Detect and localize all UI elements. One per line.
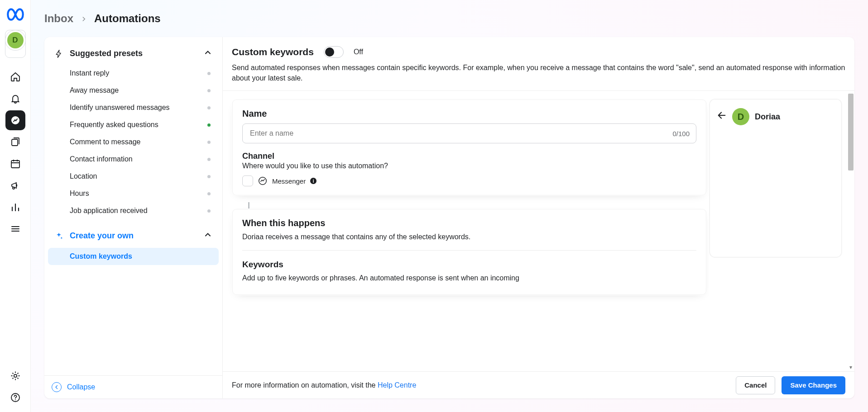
editor-form: Name 0/100 Channel Where would you like … <box>223 91 709 371</box>
home-icon <box>10 71 21 82</box>
page: Inbox Automations Suggested presets Inst… <box>31 0 868 412</box>
rail-home[interactable] <box>5 67 25 87</box>
keywords-heading: Keywords <box>242 260 696 270</box>
breadcrumb-root[interactable]: Inbox <box>44 12 73 25</box>
preset-instant-reply[interactable]: Instant reply <box>48 65 219 82</box>
preset-hours[interactable]: Hours <box>48 185 219 202</box>
breadcrumb: Inbox Automations <box>31 0 868 37</box>
rail-calendar[interactable] <box>5 154 25 174</box>
chevron-left-icon <box>52 382 62 392</box>
hamburger-icon <box>10 223 21 234</box>
svg-rect-1 <box>12 139 18 146</box>
status-dot <box>207 192 211 195</box>
presets-panel: Suggested presets Instant reply Away mes… <box>44 37 223 398</box>
create-your-own-title: Create your own <box>70 231 134 241</box>
chevron-up-icon <box>203 48 212 59</box>
name-char-counter: 0/100 <box>672 130 690 137</box>
gear-icon <box>10 370 21 381</box>
rail-inbox[interactable] <box>5 110 25 130</box>
preset-job-application[interactable]: Job application received <box>48 202 219 219</box>
arrow-left-icon <box>717 110 727 120</box>
rail-help[interactable] <box>5 388 25 407</box>
rail-ads[interactable] <box>5 175 25 195</box>
automation-toggle[interactable] <box>324 46 344 58</box>
suggested-presets-section[interactable]: Suggested presets <box>48 41 219 65</box>
megaphone-icon <box>10 180 21 191</box>
rail-menu[interactable] <box>5 219 25 239</box>
scrollbar-down-arrow[interactable]: ▾ <box>847 364 854 370</box>
save-button[interactable]: Save Changes <box>782 376 845 394</box>
status-dot <box>207 175 211 178</box>
name-heading: Name <box>242 109 696 119</box>
suggested-presets-title: Suggested presets <box>70 49 143 58</box>
page-title: Automations <box>94 12 161 25</box>
preset-identify-unanswered[interactable]: Identify unanswered messages <box>48 99 219 116</box>
editor-title: Custom keywords <box>232 47 314 57</box>
rail-settings[interactable] <box>5 366 25 386</box>
status-dot <box>207 89 211 92</box>
bar-chart-icon <box>10 202 21 213</box>
left-rail: D <box>0 0 31 412</box>
svg-point-3 <box>14 374 16 377</box>
keywords-sub: Add up to five keywords or phrases. An a… <box>242 274 696 282</box>
rail-insights[interactable] <box>5 197 25 217</box>
trigger-card: When this happens Doriaa receives a mess… <box>232 208 707 295</box>
preview-name: Doriaa <box>755 112 780 122</box>
name-input[interactable] <box>249 129 672 138</box>
channel-messenger-row: Messenger i <box>242 175 696 186</box>
preview-back-button[interactable] <box>717 110 727 123</box>
footer-text: For more information on automation, visi… <box>232 381 416 389</box>
preset-contact-information[interactable]: Contact information <box>48 151 219 168</box>
messenger-label: Messenger <box>272 177 306 185</box>
preset-faq[interactable]: Frequently asked questions <box>48 116 219 133</box>
editor-header: Custom keywords Off Send automated respo… <box>223 37 854 91</box>
editor-footer: For more information on automation, visi… <box>223 371 854 398</box>
chevron-right-icon <box>81 12 87 25</box>
toggle-state-label: Off <box>354 48 363 56</box>
cancel-button[interactable]: Cancel <box>736 376 775 394</box>
form-scrollbar[interactable]: ▾ <box>847 91 854 371</box>
preview-panel: D Doriaa <box>710 99 842 257</box>
status-dot <box>207 158 211 161</box>
trigger-sub: Doriaa receives a message that contains … <box>242 233 696 241</box>
preset-label: Contact information <box>70 155 133 163</box>
editor-panel: Custom keywords Off Send automated respo… <box>223 37 854 398</box>
name-input-wrapper: 0/100 <box>242 123 696 143</box>
rail-notifications[interactable] <box>5 89 25 109</box>
account-avatar: D <box>7 32 24 48</box>
preset-comment-to-message[interactable]: Comment to message <box>48 133 219 151</box>
sparkle-icon <box>54 232 63 241</box>
preview-avatar: D <box>732 108 749 125</box>
content-card: Suggested presets Instant reply Away mes… <box>44 37 854 398</box>
preset-custom-keywords[interactable]: Custom keywords <box>48 248 219 265</box>
status-dot <box>207 106 211 109</box>
status-dot <box>207 72 211 75</box>
create-your-own-section[interactable]: Create your own <box>48 223 219 247</box>
preset-label: Location <box>70 172 97 180</box>
bell-icon <box>10 93 21 104</box>
channel-sub: Where would you like to use this automat… <box>242 162 696 170</box>
help-centre-link[interactable]: Help Centre <box>378 381 416 389</box>
chat-icon <box>10 115 21 126</box>
preset-label: Frequently asked questions <box>70 121 158 129</box>
preset-label: Instant reply <box>70 69 109 77</box>
scrollbar-thumb[interactable] <box>848 94 854 170</box>
collapse-button[interactable]: Collapse <box>44 375 222 398</box>
trigger-heading: When this happens <box>242 218 696 228</box>
info-icon[interactable]: i <box>310 178 317 184</box>
channel-heading: Channel <box>242 152 696 161</box>
posts-icon <box>10 137 21 147</box>
calendar-icon <box>10 158 21 169</box>
messenger-checkbox[interactable] <box>242 175 253 186</box>
chevron-up-icon <box>203 230 212 242</box>
meta-logo <box>6 5 24 24</box>
preset-location[interactable]: Location <box>48 168 219 185</box>
preset-label: Hours <box>70 189 89 198</box>
preset-label: Job application received <box>70 207 148 215</box>
account-avatar-button[interactable]: D <box>5 30 26 58</box>
svg-rect-2 <box>11 161 19 168</box>
rail-posts[interactable] <box>5 132 25 152</box>
preset-label: Away message <box>70 86 119 95</box>
preset-away-message[interactable]: Away message <box>48 82 219 99</box>
status-dot <box>207 141 211 144</box>
